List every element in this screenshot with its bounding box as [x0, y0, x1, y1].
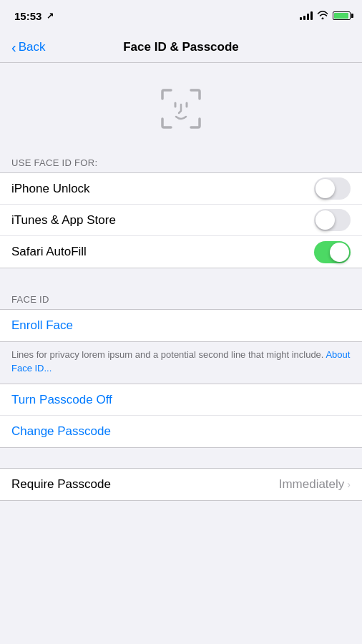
- passcode-group: Turn Passcode Off Change Passcode: [0, 384, 362, 448]
- face-id-section-label: FACE ID: [0, 288, 362, 309]
- change-passcode-label: Change Passcode: [11, 424, 111, 439]
- face-id-header: [0, 63, 362, 152]
- status-bar: 15:53 ↗: [0, 0, 362, 31]
- enroll-face-row[interactable]: Enroll Face: [0, 310, 362, 341]
- privacy-text: Lines for privacy lorem ipsum and a pote…: [11, 349, 350, 374]
- require-passcode-value: Immediately ›: [279, 477, 351, 492]
- safari-autofill-row[interactable]: Safari AutoFill: [0, 236, 362, 268]
- battery-icon: [333, 11, 351, 20]
- signal-icon: [300, 11, 313, 20]
- safari-autofill-label: Safari AutoFill: [11, 245, 87, 259]
- enroll-face-group: Enroll Face: [0, 309, 362, 342]
- status-icons: [300, 10, 351, 21]
- privacy-text-container: Lines for privacy lorem ipsum and a pote…: [0, 342, 362, 384]
- itunes-app-store-toggle[interactable]: [314, 209, 351, 231]
- iphone-unlock-row[interactable]: iPhone Unlock: [0, 173, 362, 205]
- require-passcode-current-value: Immediately: [279, 477, 345, 492]
- require-passcode-row[interactable]: Require Passcode Immediately ›: [0, 469, 362, 500]
- itunes-app-store-row[interactable]: iTunes & App Store: [0, 205, 362, 236]
- enroll-face-label: Enroll Face: [11, 318, 73, 333]
- use-face-id-label: USE FACE ID FOR:: [0, 152, 362, 172]
- time-label: 15:53: [14, 10, 41, 22]
- wifi-icon: [317, 10, 328, 21]
- face-id-icon: [155, 83, 207, 135]
- change-passcode-row[interactable]: Change Passcode: [0, 416, 362, 447]
- back-button[interactable]: ‹ Back: [6, 34, 51, 60]
- privacy-description: Lines for privacy lorem ipsum and a pote…: [11, 349, 323, 360]
- require-passcode-label: Require Passcode: [11, 477, 111, 492]
- iphone-unlock-toggle[interactable]: [314, 177, 351, 200]
- status-time: 15:53 ↗: [14, 10, 54, 22]
- page-title: Face ID & Passcode: [123, 40, 239, 54]
- nav-bar: ‹ Back Face ID & Passcode: [0, 31, 362, 63]
- safari-autofill-toggle[interactable]: [314, 241, 351, 263]
- iphone-unlock-label: iPhone Unlock: [11, 182, 90, 196]
- location-arrow-icon: ↗: [47, 11, 54, 21]
- turn-passcode-off-label: Turn Passcode Off: [11, 393, 112, 407]
- back-chevron-icon: ‹: [11, 40, 16, 54]
- face-id-toggles-group: iPhone Unlock iTunes & App Store Safari …: [0, 172, 362, 268]
- require-passcode-group: Require Passcode Immediately ›: [0, 468, 362, 501]
- itunes-app-store-label: iTunes & App Store: [11, 213, 116, 228]
- turn-passcode-off-row[interactable]: Turn Passcode Off: [0, 384, 362, 416]
- back-label: Back: [19, 40, 46, 54]
- chevron-right-icon: ›: [347, 479, 351, 490]
